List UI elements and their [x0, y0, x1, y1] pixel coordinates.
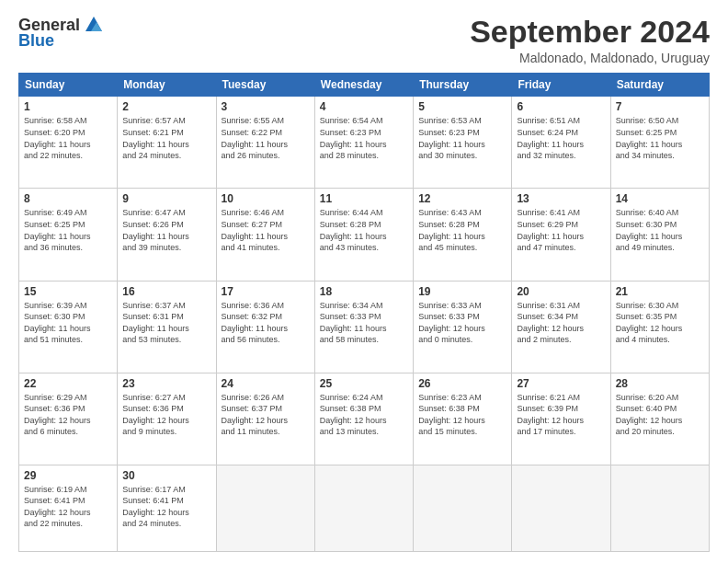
day-info: Sunrise: 6:30 AM Sunset: 6:35 PM Dayligh…: [616, 300, 704, 346]
table-row: 17Sunrise: 6:36 AM Sunset: 6:32 PM Dayli…: [216, 281, 314, 373]
day-info: Sunrise: 6:27 AM Sunset: 6:36 PM Dayligh…: [122, 392, 210, 438]
day-info: Sunrise: 6:49 AM Sunset: 6:25 PM Dayligh…: [24, 207, 112, 253]
day-info: Sunrise: 6:55 AM Sunset: 6:22 PM Dayligh…: [222, 115, 310, 161]
table-row: 29Sunrise: 6:19 AM Sunset: 6:41 PM Dayli…: [19, 465, 118, 551]
table-row: 9Sunrise: 6:47 AM Sunset: 6:26 PM Daylig…: [118, 189, 216, 281]
calendar-table: Sunday Monday Tuesday Wednesday Thursday…: [18, 73, 710, 552]
day-number: 16: [122, 285, 210, 298]
table-row: 20Sunrise: 6:31 AM Sunset: 6:34 PM Dayli…: [512, 281, 610, 373]
table-row: 8Sunrise: 6:49 AM Sunset: 6:25 PM Daylig…: [19, 189, 118, 281]
day-number: 7: [616, 100, 704, 113]
day-info: Sunrise: 6:26 AM Sunset: 6:37 PM Dayligh…: [222, 392, 310, 438]
table-row: 30Sunrise: 6:17 AM Sunset: 6:41 PM Dayli…: [118, 465, 216, 551]
logo-blue: Blue: [18, 31, 54, 51]
day-info: Sunrise: 6:20 AM Sunset: 6:40 PM Dayligh…: [616, 392, 704, 438]
day-number: 28: [616, 377, 704, 390]
table-row: [314, 465, 413, 551]
day-number: 29: [24, 469, 112, 482]
day-info: Sunrise: 6:50 AM Sunset: 6:25 PM Dayligh…: [616, 115, 704, 161]
day-info: Sunrise: 6:23 AM Sunset: 6:38 PM Dayligh…: [418, 392, 506, 438]
table-row: 7Sunrise: 6:50 AM Sunset: 6:25 PM Daylig…: [610, 97, 709, 189]
day-number: 14: [616, 192, 704, 205]
table-row: 4Sunrise: 6:54 AM Sunset: 6:23 PM Daylig…: [314, 97, 413, 189]
day-info: Sunrise: 6:53 AM Sunset: 6:23 PM Dayligh…: [418, 115, 506, 161]
day-number: 12: [418, 192, 506, 205]
month-title: September 2024: [470, 15, 710, 49]
day-number: 6: [517, 100, 605, 113]
table-row: 10Sunrise: 6:46 AM Sunset: 6:27 PM Dayli…: [216, 189, 314, 281]
table-row: 21Sunrise: 6:30 AM Sunset: 6:35 PM Dayli…: [610, 281, 709, 373]
day-number: 1: [24, 100, 112, 113]
col-saturday: Saturday: [610, 74, 709, 97]
day-number: 10: [222, 192, 310, 205]
day-number: 2: [122, 100, 210, 113]
col-tuesday: Tuesday: [216, 74, 314, 97]
day-number: 15: [24, 285, 112, 298]
day-number: 11: [320, 192, 408, 205]
table-row: [216, 465, 314, 551]
col-sunday: Sunday: [19, 74, 118, 97]
day-info: Sunrise: 6:51 AM Sunset: 6:24 PM Dayligh…: [517, 115, 605, 161]
day-number: 26: [418, 377, 506, 390]
day-info: Sunrise: 6:58 AM Sunset: 6:20 PM Dayligh…: [24, 115, 112, 161]
day-info: Sunrise: 6:41 AM Sunset: 6:29 PM Dayligh…: [517, 207, 605, 253]
day-number: 24: [222, 377, 310, 390]
day-number: 22: [24, 377, 112, 390]
day-number: 20: [517, 285, 605, 298]
table-row: 2Sunrise: 6:57 AM Sunset: 6:21 PM Daylig…: [118, 97, 216, 189]
table-row: 14Sunrise: 6:40 AM Sunset: 6:30 PM Dayli…: [610, 189, 709, 281]
day-info: Sunrise: 6:31 AM Sunset: 6:34 PM Dayligh…: [517, 300, 605, 346]
day-info: Sunrise: 6:39 AM Sunset: 6:30 PM Dayligh…: [24, 300, 112, 346]
day-info: Sunrise: 6:33 AM Sunset: 6:33 PM Dayligh…: [418, 300, 506, 346]
table-row: 19Sunrise: 6:33 AM Sunset: 6:33 PM Dayli…: [414, 281, 512, 373]
table-row: 15Sunrise: 6:39 AM Sunset: 6:30 PM Dayli…: [19, 281, 118, 373]
table-row: 26Sunrise: 6:23 AM Sunset: 6:38 PM Dayli…: [414, 373, 512, 465]
day-info: Sunrise: 6:36 AM Sunset: 6:32 PM Dayligh…: [222, 300, 310, 346]
day-number: 30: [122, 469, 210, 482]
day-info: Sunrise: 6:17 AM Sunset: 6:41 PM Dayligh…: [122, 484, 210, 530]
day-number: 17: [222, 285, 310, 298]
location: Maldonado, Maldonado, Uruguay: [470, 51, 710, 65]
table-row: 18Sunrise: 6:34 AM Sunset: 6:33 PM Dayli…: [314, 281, 413, 373]
title-area: September 2024 Maldonado, Maldonado, Uru…: [470, 15, 710, 65]
day-info: Sunrise: 6:54 AM Sunset: 6:23 PM Dayligh…: [320, 115, 408, 161]
day-info: Sunrise: 6:40 AM Sunset: 6:30 PM Dayligh…: [616, 207, 704, 253]
day-number: 25: [320, 377, 408, 390]
table-row: 1Sunrise: 6:58 AM Sunset: 6:20 PM Daylig…: [19, 97, 118, 189]
table-row: [414, 465, 512, 551]
day-info: Sunrise: 6:43 AM Sunset: 6:28 PM Dayligh…: [418, 207, 506, 253]
day-number: 21: [616, 285, 704, 298]
day-info: Sunrise: 6:19 AM Sunset: 6:41 PM Dayligh…: [24, 484, 112, 530]
day-number: 18: [320, 285, 408, 298]
day-number: 3: [222, 100, 310, 113]
day-number: 19: [418, 285, 506, 298]
table-row: 6Sunrise: 6:51 AM Sunset: 6:24 PM Daylig…: [512, 97, 610, 189]
logo-area: General Blue: [18, 15, 104, 51]
col-thursday: Thursday: [414, 74, 512, 97]
day-number: 8: [24, 192, 112, 205]
table-row: 13Sunrise: 6:41 AM Sunset: 6:29 PM Dayli…: [512, 189, 610, 281]
calendar-header-row: Sunday Monday Tuesday Wednesday Thursday…: [19, 74, 710, 97]
day-info: Sunrise: 6:21 AM Sunset: 6:39 PM Dayligh…: [517, 392, 605, 438]
day-number: 5: [418, 100, 506, 113]
table-row: 25Sunrise: 6:24 AM Sunset: 6:38 PM Dayli…: [314, 373, 413, 465]
day-info: Sunrise: 6:37 AM Sunset: 6:31 PM Dayligh…: [122, 300, 210, 346]
table-row: 27Sunrise: 6:21 AM Sunset: 6:39 PM Dayli…: [512, 373, 610, 465]
table-row: [610, 465, 709, 551]
day-info: Sunrise: 6:44 AM Sunset: 6:28 PM Dayligh…: [320, 207, 408, 253]
col-monday: Monday: [118, 74, 216, 97]
day-info: Sunrise: 6:34 AM Sunset: 6:33 PM Dayligh…: [320, 300, 408, 346]
day-info: Sunrise: 6:57 AM Sunset: 6:21 PM Dayligh…: [122, 115, 210, 161]
table-row: [512, 465, 610, 551]
table-row: 5Sunrise: 6:53 AM Sunset: 6:23 PM Daylig…: [414, 97, 512, 189]
table-row: 3Sunrise: 6:55 AM Sunset: 6:22 PM Daylig…: [216, 97, 314, 189]
day-info: Sunrise: 6:46 AM Sunset: 6:27 PM Dayligh…: [222, 207, 310, 253]
day-info: Sunrise: 6:29 AM Sunset: 6:36 PM Dayligh…: [24, 392, 112, 438]
logo-icon: [84, 15, 104, 35]
day-info: Sunrise: 6:47 AM Sunset: 6:26 PM Dayligh…: [122, 207, 210, 253]
col-wednesday: Wednesday: [314, 74, 413, 97]
table-row: 22Sunrise: 6:29 AM Sunset: 6:36 PM Dayli…: [19, 373, 118, 465]
table-row: 23Sunrise: 6:27 AM Sunset: 6:36 PM Dayli…: [118, 373, 216, 465]
header: General Blue September 2024 Maldonado, M…: [18, 15, 710, 65]
table-row: 28Sunrise: 6:20 AM Sunset: 6:40 PM Dayli…: [610, 373, 709, 465]
